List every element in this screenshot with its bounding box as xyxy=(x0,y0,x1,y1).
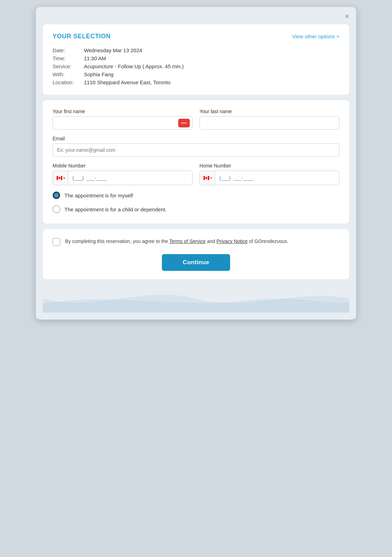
terms-text: By completing this reservation, you agre… xyxy=(65,237,289,245)
field-label: Date: xyxy=(53,46,84,54)
continue-button[interactable]: Continue xyxy=(162,254,230,271)
field-value: 1110 Sheppard Avenue East, Toronto xyxy=(84,78,339,86)
selection-card: YOUR SELECTION View other options > Date… xyxy=(43,24,349,95)
radio-dependent-item[interactable]: The appointment is for a child or depend… xyxy=(53,205,339,213)
canada-flag-icon: 🇨🇦 xyxy=(56,175,63,180)
table-row: With: Sophia Fang xyxy=(53,70,339,78)
table-row: Date: Wednesday Mar 13 2024 xyxy=(53,46,339,54)
last-name-input[interactable] xyxy=(199,116,339,130)
autofill-button[interactable]: ••• xyxy=(178,119,190,127)
field-value: Acupuncture - Follow Up ( Approx. 45 min… xyxy=(84,62,339,70)
email-input[interactable] xyxy=(53,143,339,157)
first-name-wrapper: ••• xyxy=(53,116,193,130)
mobile-country-selector[interactable]: 🇨🇦 ▾ xyxy=(53,171,68,185)
terms-row: By completing this reservation, you agre… xyxy=(53,237,339,246)
first-name-label: Your first name xyxy=(53,109,193,114)
radio-dependent-input[interactable] xyxy=(53,205,60,213)
first-name-input[interactable] xyxy=(53,116,193,130)
radio-myself-input[interactable] xyxy=(53,191,60,199)
home-group: Home Number 🇨🇦 ▾ xyxy=(199,163,339,185)
table-row: Service: Acupuncture - Follow Up ( Appro… xyxy=(53,62,339,70)
mobile-group: Mobile Number 🇨🇦 ▾ xyxy=(53,163,193,185)
autofill-icon: ••• xyxy=(181,120,187,126)
dropdown-arrow-icon: ▾ xyxy=(63,176,65,180)
continue-btn-wrapper: Continue xyxy=(53,254,339,271)
terms-checkbox[interactable] xyxy=(53,238,60,246)
selection-title: YOUR SELECTION xyxy=(53,33,111,40)
name-row: Your first name ••• Your last name xyxy=(53,109,339,130)
appointment-for-group: The appointment is for myself The appoin… xyxy=(53,191,339,215)
mobile-phone-group: 🇨🇦 ▾ xyxy=(53,171,193,185)
close-button[interactable]: × xyxy=(345,13,349,20)
dropdown-arrow-icon-home: ▾ xyxy=(210,176,212,180)
mobile-label: Mobile Number xyxy=(53,163,193,168)
privacy-notice-link[interactable]: Privacy Notice xyxy=(217,238,248,244)
first-name-group: Your first name ••• xyxy=(53,109,193,130)
email-group: Email xyxy=(53,136,339,157)
radio-myself-item[interactable]: The appointment is for myself xyxy=(53,191,339,199)
radio-dependent-label: The appointment is for a child or depend… xyxy=(64,206,167,212)
terms-suffix: of GOrendezvous. xyxy=(248,238,289,244)
field-label: Location: xyxy=(53,78,84,86)
selection-details: Date: Wednesday Mar 13 2024 Time: 11:30 … xyxy=(53,46,339,86)
home-input[interactable] xyxy=(215,172,339,184)
email-label: Email xyxy=(53,136,339,141)
home-country-selector[interactable]: 🇨🇦 ▾ xyxy=(200,171,215,185)
decorative-wave xyxy=(43,285,349,313)
email-row: Email xyxy=(53,136,339,157)
canada-flag-icon-home: 🇨🇦 xyxy=(203,175,210,180)
home-label: Home Number xyxy=(199,163,339,168)
table-row: Time: 11:30 AM xyxy=(53,54,339,62)
last-name-label: Your last name xyxy=(199,109,339,114)
field-value: 11:30 AM xyxy=(84,54,339,62)
field-label: With: xyxy=(53,70,84,78)
terms-middle: and xyxy=(206,238,217,244)
field-value: Sophia Fang xyxy=(84,70,339,78)
home-phone-group: 🇨🇦 ▾ xyxy=(199,171,339,185)
field-value: Wednesday Mar 13 2024 xyxy=(84,46,339,54)
phone-row: Mobile Number 🇨🇦 ▾ Home Number 🇨🇦 ▾ xyxy=(53,163,339,185)
field-label: Service: xyxy=(53,62,84,70)
field-label: Time: xyxy=(53,54,84,62)
last-name-group: Your last name xyxy=(199,109,339,130)
terms-card: By completing this reservation, you agre… xyxy=(43,229,349,279)
selection-header: YOUR SELECTION View other options > xyxy=(53,33,339,40)
table-row: Location: 1110 Sheppard Avenue East, Tor… xyxy=(53,78,339,86)
terms-prefix: By completing this reservation, you agre… xyxy=(65,238,169,244)
mobile-input[interactable] xyxy=(68,172,192,184)
modal-container: × YOUR SELECTION View other options > Da… xyxy=(36,7,356,320)
view-other-options-link[interactable]: View other options > xyxy=(292,33,339,39)
form-card: Your first name ••• Your last name Email xyxy=(43,100,349,223)
terms-of-service-link[interactable]: Terms of Service xyxy=(169,238,205,244)
radio-myself-label: The appointment is for myself xyxy=(64,193,133,198)
